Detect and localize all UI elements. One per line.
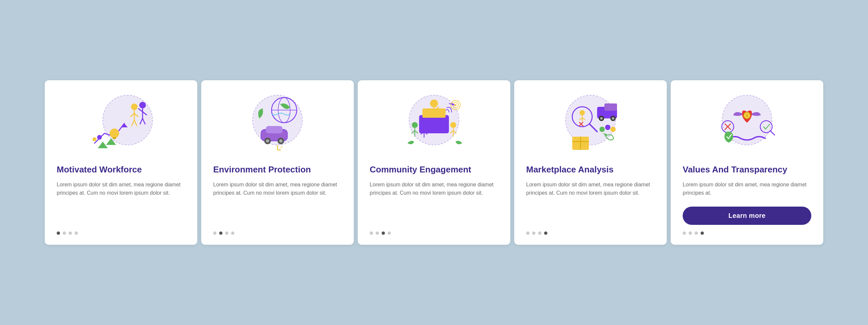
card-body-environment: Lorem ipsum dolor sit dim amet, mea regi… bbox=[213, 180, 342, 222]
dot-1 bbox=[370, 232, 373, 235]
dots-values bbox=[683, 232, 704, 235]
svg-point-77 bbox=[605, 125, 610, 130]
illustration-environment bbox=[213, 90, 342, 156]
dots-environment bbox=[213, 232, 235, 235]
illustration-marketplace bbox=[526, 90, 655, 156]
cards-container: Motivated Workforce Lorem ipsum dolor si… bbox=[45, 80, 823, 244]
card-title-environment: Environment Protection bbox=[213, 165, 311, 175]
dot-3 bbox=[225, 232, 228, 235]
learn-more-button[interactable]: Learn more bbox=[683, 207, 811, 225]
svg-point-29 bbox=[279, 139, 282, 143]
card-body-marketplace: Lorem ipsum dolor sit dim amet, mea regi… bbox=[526, 180, 655, 222]
dot-2 bbox=[219, 232, 222, 235]
dot-2 bbox=[376, 232, 379, 235]
card-body-community: Lorem ipsum dolor sit dim amet, mea regi… bbox=[370, 180, 498, 222]
svg-point-37 bbox=[430, 99, 438, 108]
card-community-engagement: Community Engagement Lorem ipsum dolor s… bbox=[358, 80, 510, 244]
svg-point-27 bbox=[266, 139, 269, 143]
dot-2 bbox=[689, 232, 692, 235]
svg-point-14 bbox=[110, 129, 119, 138]
illustration-community bbox=[370, 90, 498, 156]
card-motivated-workforce: Motivated Workforce Lorem ipsum dolor si… bbox=[45, 80, 197, 244]
svg-point-78 bbox=[610, 127, 616, 132]
card-title-marketplace: Marketplace Analysis bbox=[526, 165, 614, 175]
svg-marker-32 bbox=[279, 146, 283, 148]
dots-community bbox=[370, 232, 391, 235]
card-values-transparency: $ Values And Transparency Lorem ipsum do… bbox=[671, 80, 823, 244]
dot-3 bbox=[538, 232, 541, 235]
illustration-workforce bbox=[57, 90, 185, 156]
svg-point-19 bbox=[97, 135, 102, 140]
svg-point-8 bbox=[139, 102, 146, 109]
svg-point-61 bbox=[580, 110, 585, 115]
svg-rect-15 bbox=[113, 137, 116, 139]
svg-point-0 bbox=[103, 95, 153, 145]
svg-point-2 bbox=[131, 104, 137, 110]
dot-2 bbox=[532, 232, 535, 235]
dot-1 bbox=[57, 232, 60, 235]
svg-point-18 bbox=[93, 137, 96, 141]
dot-3 bbox=[382, 232, 385, 235]
svg-rect-68 bbox=[604, 104, 617, 111]
dot-3 bbox=[69, 232, 72, 235]
svg-point-76 bbox=[599, 127, 605, 132]
svg-point-72 bbox=[612, 117, 614, 120]
dot-4 bbox=[231, 232, 235, 235]
card-body-values: Lorem ipsum dolor sit dim amet, mea regi… bbox=[683, 180, 811, 197]
card-title-community: Community Engagement bbox=[370, 165, 471, 175]
dots-marketplace bbox=[526, 232, 548, 235]
svg-text:$: $ bbox=[746, 114, 748, 118]
dot-4 bbox=[544, 232, 548, 235]
illustration-values: $ bbox=[683, 90, 811, 156]
card-body-workforce: Lorem ipsum dolor sit dim amet, mea regi… bbox=[57, 180, 185, 222]
card-marketplace-analysis: Marketplace Analysis Lorem ipsum dolor s… bbox=[514, 80, 667, 244]
card-title-values: Values And Transparency bbox=[683, 165, 787, 175]
dot-4 bbox=[388, 232, 391, 235]
dot-1 bbox=[683, 232, 686, 235]
dot-2 bbox=[63, 232, 66, 235]
svg-point-49 bbox=[450, 122, 456, 128]
svg-point-55 bbox=[455, 104, 457, 106]
card-environment-protection: Environment Protection Lorem ipsum dolor… bbox=[201, 80, 354, 244]
svg-rect-25 bbox=[266, 126, 282, 133]
svg-point-70 bbox=[600, 117, 603, 120]
dot-4 bbox=[701, 232, 704, 235]
dot-4 bbox=[74, 232, 78, 235]
dot-3 bbox=[694, 232, 698, 235]
dot-1 bbox=[213, 232, 217, 235]
dot-1 bbox=[526, 232, 529, 235]
svg-point-41 bbox=[412, 122, 418, 128]
svg-point-45 bbox=[421, 123, 427, 129]
card-title-workforce: Motivated Workforce bbox=[57, 165, 142, 175]
dots-workforce bbox=[57, 232, 78, 235]
svg-line-84 bbox=[771, 131, 775, 135]
